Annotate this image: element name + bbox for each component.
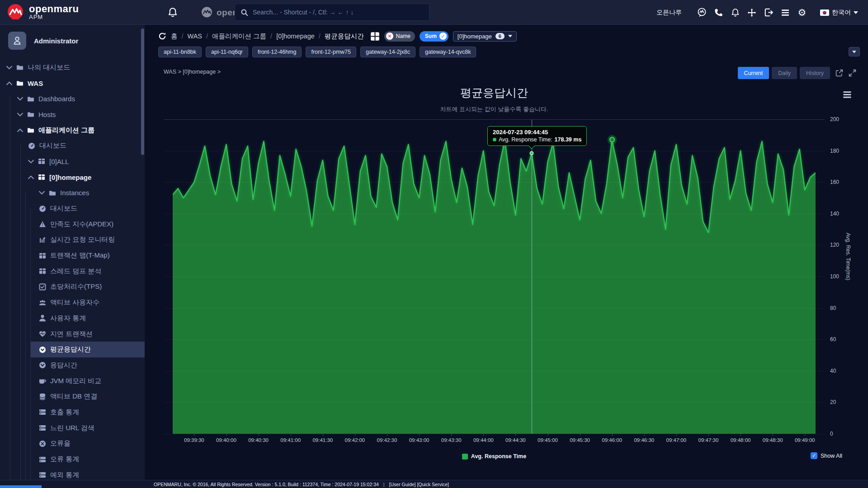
sidebar-item[interactable]: Dashboards (0, 91, 145, 107)
sidebar-item[interactable]: [0]ALL (0, 154, 145, 169)
instance-tag[interactable]: gateway-14-2jx8c (360, 47, 415, 57)
daily-button[interactable]: Daily (772, 67, 797, 79)
instance-tag[interactable]: api-11-bn8bk (158, 47, 202, 57)
sidebar-item[interactable]: 스레드 덤프 분석 (0, 263, 145, 279)
sum-toggle-pill[interactable]: ✓ Sum (420, 31, 448, 42)
search-input[interactable] (253, 9, 424, 16)
sidebar-item[interactable]: 대시보드 (0, 201, 145, 216)
expand-arrows-icon[interactable] (747, 8, 757, 18)
sidebar-item[interactable]: 사용자 통계 (0, 310, 145, 326)
sidebar-item[interactable]: 대시보드 (0, 138, 145, 154)
bell-icon[interactable] (730, 8, 740, 18)
breadcrumb-item[interactable]: WAS (188, 33, 203, 40)
chevron-up-icon[interactable] (6, 81, 12, 85)
db-icon (39, 393, 46, 400)
app-logo[interactable]: openmaru APM (6, 3, 79, 21)
chevron-down-icon[interactable] (39, 191, 45, 195)
openmaru-chat-icon[interactable] (697, 8, 707, 18)
openmaru-gray-logo-icon (201, 6, 213, 19)
footer-links[interactable]: [User Guide] [Quick Service] (389, 482, 449, 487)
sidebar-item[interactable]: 평균응답시간 (31, 342, 145, 357)
peak-marker-point (609, 137, 615, 143)
chart-menu-icon[interactable] (843, 91, 853, 100)
sidebar-item[interactable]: Instances (0, 185, 145, 201)
sidebar-item[interactable]: WAS (0, 75, 145, 91)
check-icon (39, 283, 46, 291)
chevron-down-icon[interactable] (6, 66, 12, 70)
sidebar-item[interactable]: 나의 대시보드 (0, 60, 145, 75)
history-button[interactable]: History (800, 67, 830, 79)
sidebar-item[interactable]: 액티브 사용자수 (0, 295, 145, 310)
footer-text: OPENMARU, Inc. © 2016, All Rights Reserv… (154, 482, 379, 487)
sidebar-item-label: 액티브 사용자수 (50, 298, 99, 307)
sidebar-item[interactable]: 응답시간 (0, 357, 145, 373)
sidebar-item[interactable]: [0]homepage (0, 169, 145, 185)
korea-flag-icon (820, 9, 829, 16)
refresh-icon[interactable] (158, 32, 166, 40)
fullscreen-icon[interactable] (849, 69, 856, 77)
checkbox-checked-icon[interactable]: ✓ (811, 452, 817, 459)
x-tick-mark (515, 434, 516, 436)
top-navbar: openmaru APM openmaru 오픈나루 ⚙ 한국어 (0, 0, 868, 25)
sidebar-item[interactable]: 오류 통계 (0, 451, 145, 467)
sidebar-item[interactable]: 오류율 (0, 436, 145, 452)
chevron-down-icon[interactable] (17, 97, 23, 101)
x-tick-label: 09:46:00 (595, 437, 629, 443)
instance-tag[interactable]: gateway-14-qvc8k (420, 47, 476, 57)
instance-tag[interactable]: front-12-46hmg (252, 47, 302, 57)
sidebar-item[interactable]: 호출 통계 (0, 404, 145, 420)
sidebar-item[interactable]: 지연 트랜잭션 (0, 326, 145, 342)
sidebar-item[interactable]: 애플리케이션 그룹 (0, 122, 145, 138)
collapse-toggle-button[interactable] (849, 47, 860, 56)
breadcrumb-item[interactable]: 애플리케이션 그룹 (212, 32, 266, 41)
folder-icon (16, 64, 24, 71)
x-tick-label: 09:48:30 (756, 437, 789, 443)
external-link-icon[interactable] (835, 69, 843, 77)
y-tick-label: 20 (830, 399, 836, 405)
sidebar-item-label: 스레드 덤프 분석 (50, 267, 101, 276)
chart-plot-area[interactable]: 2024-07-23 09:44:45 Avg. Response Time: … (173, 119, 816, 434)
current-button[interactable]: Current (738, 67, 769, 79)
legend-swatch (462, 454, 468, 460)
name-filter-pill[interactable]: ✕ Name (384, 31, 415, 42)
breadcrumb-item[interactable]: [0]homepage (276, 33, 315, 40)
sidebar-item[interactable]: 실시간 요청 모니터링 (0, 232, 145, 248)
x-tick-mark (483, 434, 484, 436)
phone-icon[interactable] (713, 8, 723, 18)
settings-gear-icon[interactable]: ⚙ (797, 8, 807, 18)
instance-tag[interactable]: api-11-nq6qr (206, 47, 248, 57)
sidebar-item[interactable]: JVM 메모리 비교 (0, 373, 145, 389)
sidebar-item[interactable]: Hosts (0, 107, 145, 122)
notification-bell-icon[interactable] (168, 7, 177, 18)
legend-item[interactable]: Avg. Response Time (462, 453, 526, 460)
breadcrumb-item[interactable]: 홈 (171, 32, 178, 41)
sidebar-item[interactable]: 초당처리수(TPS) (0, 279, 145, 295)
group-count-badge: 6 (495, 33, 505, 39)
breadcrumb-item[interactable]: 평균응답시간 (325, 32, 364, 41)
sidebar-scrollbar[interactable] (141, 28, 144, 155)
sidebar-item[interactable]: 액티브 DB 연결 (0, 389, 145, 404)
language-selector[interactable]: 한국어 (820, 9, 858, 17)
chevron-down-icon[interactable] (17, 113, 23, 117)
user-name[interactable]: 오픈나루 (656, 9, 682, 17)
openmaru-logo-icon (6, 3, 24, 21)
chevron-down-icon[interactable] (28, 160, 34, 164)
grid-view-icon[interactable] (370, 32, 380, 41)
folder-icon (27, 127, 34, 134)
sidebar-item[interactable]: 트랜잭션 맵(T-Map) (0, 248, 145, 263)
logout-icon[interactable] (764, 8, 774, 18)
remove-x-icon[interactable]: ✕ (386, 33, 393, 40)
chevron-up-icon[interactable] (28, 175, 34, 179)
table-icon (39, 252, 46, 259)
sidebar-item[interactable]: 느린 URL 검색 (0, 420, 145, 436)
show-all-toggle[interactable]: ✓ Show All (811, 452, 842, 459)
instance-tag[interactable]: front-12-pmw75 (306, 47, 356, 57)
chart-title: 평균응답시간 (173, 85, 816, 100)
tooltip-time: 2024-07-23 09:44:45 (493, 129, 581, 136)
menu-icon[interactable] (780, 8, 790, 18)
group-select-dropdown[interactable]: [0]homepage 6 (453, 31, 517, 42)
sidebar-item-label: 나의 대시보드 (28, 63, 70, 72)
sidebar-item[interactable]: 만족도 지수(APDEX) (0, 216, 145, 232)
admin-user[interactable]: Administrator (8, 32, 78, 50)
chevron-up-icon[interactable] (17, 128, 23, 132)
